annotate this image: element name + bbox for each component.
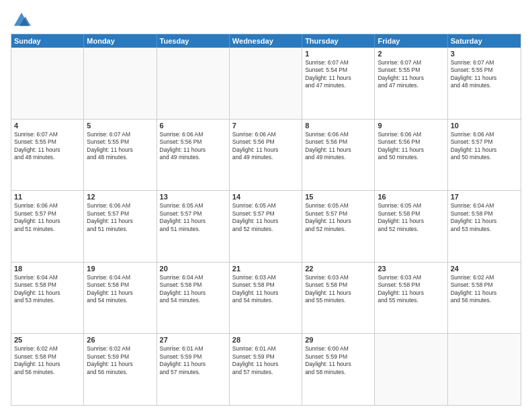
day-number: 1 <box>305 50 371 58</box>
day-number: 12 <box>87 193 153 201</box>
day-number: 3 <box>451 50 518 58</box>
calendar-cell: 1Sunrise: 6:07 AM Sunset: 5:54 PM Daylig… <box>302 48 375 119</box>
calendar-cell: 22Sunrise: 6:03 AM Sunset: 5:58 PM Dayli… <box>302 263 375 334</box>
day-info: Sunrise: 6:03 AM Sunset: 5:58 PM Dayligh… <box>232 274 299 305</box>
header-day-saturday: Saturday <box>448 34 521 48</box>
calendar-cell: 17Sunrise: 6:04 AM Sunset: 5:58 PM Dayli… <box>448 191 521 262</box>
calendar-body: 1Sunrise: 6:07 AM Sunset: 5:54 PM Daylig… <box>11 48 521 405</box>
day-info: Sunrise: 6:03 AM Sunset: 5:58 PM Dayligh… <box>305 274 371 305</box>
day-info: Sunrise: 6:04 AM Sunset: 5:58 PM Dayligh… <box>451 202 518 233</box>
calendar-row-4: 25Sunrise: 6:02 AM Sunset: 5:58 PM Dayli… <box>11 333 521 405</box>
header-day-thursday: Thursday <box>302 34 375 48</box>
calendar-cell: 2Sunrise: 6:07 AM Sunset: 5:55 PM Daylig… <box>375 48 447 119</box>
calendar-cell <box>84 48 157 119</box>
day-info: Sunrise: 6:05 AM Sunset: 5:57 PM Dayligh… <box>232 202 299 233</box>
logo-icon <box>12 11 31 30</box>
calendar-cell: 16Sunrise: 6:05 AM Sunset: 5:58 PM Dayli… <box>375 191 447 262</box>
calendar-cell <box>11 48 84 119</box>
day-number: 11 <box>14 193 81 201</box>
header-day-tuesday: Tuesday <box>157 34 230 48</box>
page: SundayMondayTuesdayWednesdayThursdayFrid… <box>0 0 532 411</box>
header-day-wednesday: Wednesday <box>230 34 302 48</box>
day-number: 27 <box>160 336 226 344</box>
logo <box>11 11 31 30</box>
day-number: 19 <box>87 265 153 273</box>
calendar-cell: 5Sunrise: 6:07 AM Sunset: 5:55 PM Daylig… <box>84 120 157 191</box>
calendar-cell <box>157 48 230 119</box>
day-number: 6 <box>160 122 226 130</box>
calendar-cell: 20Sunrise: 6:04 AM Sunset: 5:58 PM Dayli… <box>157 263 230 334</box>
calendar-cell: 24Sunrise: 6:02 AM Sunset: 5:58 PM Dayli… <box>448 263 521 334</box>
calendar-cell: 19Sunrise: 6:04 AM Sunset: 5:58 PM Dayli… <box>84 263 157 334</box>
calendar-cell: 29Sunrise: 6:00 AM Sunset: 5:59 PM Dayli… <box>302 334 375 405</box>
calendar-cell: 10Sunrise: 6:06 AM Sunset: 5:57 PM Dayli… <box>448 120 521 191</box>
calendar-row-3: 18Sunrise: 6:04 AM Sunset: 5:58 PM Dayli… <box>11 262 521 334</box>
day-number: 14 <box>232 193 299 201</box>
day-number: 17 <box>451 193 518 201</box>
day-number: 22 <box>305 265 371 273</box>
day-number: 24 <box>451 265 518 273</box>
calendar-cell: 18Sunrise: 6:04 AM Sunset: 5:58 PM Dayli… <box>11 263 84 334</box>
day-number: 7 <box>232 122 299 130</box>
day-number: 9 <box>378 122 444 130</box>
day-info: Sunrise: 6:07 AM Sunset: 5:55 PM Dayligh… <box>451 59 518 90</box>
calendar-cell: 9Sunrise: 6:06 AM Sunset: 5:56 PM Daylig… <box>375 120 447 191</box>
day-info: Sunrise: 6:05 AM Sunset: 5:58 PM Dayligh… <box>378 202 444 233</box>
day-info: Sunrise: 6:04 AM Sunset: 5:58 PM Dayligh… <box>14 274 81 305</box>
day-number: 2 <box>378 50 444 58</box>
calendar-cell: 27Sunrise: 6:01 AM Sunset: 5:59 PM Dayli… <box>157 334 230 405</box>
calendar-cell: 7Sunrise: 6:06 AM Sunset: 5:56 PM Daylig… <box>230 120 302 191</box>
day-number: 20 <box>160 265 226 273</box>
day-info: Sunrise: 6:06 AM Sunset: 5:57 PM Dayligh… <box>451 131 518 162</box>
day-info: Sunrise: 6:02 AM Sunset: 5:58 PM Dayligh… <box>14 345 81 376</box>
day-info: Sunrise: 6:01 AM Sunset: 5:59 PM Dayligh… <box>160 345 226 376</box>
day-number: 8 <box>305 122 371 130</box>
day-number: 18 <box>14 265 81 273</box>
day-info: Sunrise: 6:06 AM Sunset: 5:56 PM Dayligh… <box>160 131 226 162</box>
calendar-cell: 14Sunrise: 6:05 AM Sunset: 5:57 PM Dayli… <box>230 191 302 262</box>
day-info: Sunrise: 6:00 AM Sunset: 5:59 PM Dayligh… <box>305 345 371 376</box>
day-number: 26 <box>87 336 153 344</box>
calendar-cell: 25Sunrise: 6:02 AM Sunset: 5:58 PM Dayli… <box>11 334 84 405</box>
day-number: 28 <box>232 336 299 344</box>
calendar-cell: 23Sunrise: 6:03 AM Sunset: 5:58 PM Dayli… <box>375 263 447 334</box>
header-day-monday: Monday <box>84 34 157 48</box>
day-info: Sunrise: 6:07 AM Sunset: 5:55 PM Dayligh… <box>14 131 81 162</box>
day-info: Sunrise: 6:06 AM Sunset: 5:56 PM Dayligh… <box>305 131 371 162</box>
calendar-cell: 13Sunrise: 6:05 AM Sunset: 5:57 PM Dayli… <box>157 191 230 262</box>
calendar-cell: 15Sunrise: 6:05 AM Sunset: 5:57 PM Dayli… <box>302 191 375 262</box>
day-info: Sunrise: 6:06 AM Sunset: 5:57 PM Dayligh… <box>14 202 81 233</box>
header-day-friday: Friday <box>375 34 447 48</box>
day-info: Sunrise: 6:05 AM Sunset: 5:57 PM Dayligh… <box>305 202 371 233</box>
calendar-cell: 11Sunrise: 6:06 AM Sunset: 5:57 PM Dayli… <box>11 191 84 262</box>
day-number: 29 <box>305 336 371 344</box>
day-number: 10 <box>451 122 518 130</box>
calendar-cell: 12Sunrise: 6:06 AM Sunset: 5:57 PM Dayli… <box>84 191 157 262</box>
day-info: Sunrise: 6:05 AM Sunset: 5:57 PM Dayligh… <box>160 202 226 233</box>
header <box>11 8 521 30</box>
calendar-cell: 26Sunrise: 6:02 AM Sunset: 5:59 PM Dayli… <box>84 334 157 405</box>
day-info: Sunrise: 6:01 AM Sunset: 5:59 PM Dayligh… <box>232 345 299 376</box>
day-number: 5 <box>87 122 153 130</box>
day-number: 4 <box>14 122 81 130</box>
calendar-cell: 4Sunrise: 6:07 AM Sunset: 5:55 PM Daylig… <box>11 120 84 191</box>
day-number: 21 <box>232 265 299 273</box>
day-info: Sunrise: 6:04 AM Sunset: 5:58 PM Dayligh… <box>87 274 153 305</box>
calendar-cell: 6Sunrise: 6:06 AM Sunset: 5:56 PM Daylig… <box>157 120 230 191</box>
calendar-row-2: 11Sunrise: 6:06 AM Sunset: 5:57 PM Dayli… <box>11 190 521 262</box>
calendar: SundayMondayTuesdayWednesdayThursdayFrid… <box>11 34 521 406</box>
calendar-row-0: 1Sunrise: 6:07 AM Sunset: 5:54 PM Daylig… <box>11 48 521 119</box>
header-day-sunday: Sunday <box>11 34 84 48</box>
day-info: Sunrise: 6:06 AM Sunset: 5:56 PM Dayligh… <box>232 131 299 162</box>
day-number: 23 <box>378 265 444 273</box>
day-info: Sunrise: 6:07 AM Sunset: 5:55 PM Dayligh… <box>87 131 153 162</box>
day-info: Sunrise: 6:04 AM Sunset: 5:58 PM Dayligh… <box>160 274 226 305</box>
day-info: Sunrise: 6:02 AM Sunset: 5:58 PM Dayligh… <box>451 274 518 305</box>
day-info: Sunrise: 6:06 AM Sunset: 5:56 PM Dayligh… <box>378 131 444 162</box>
day-number: 16 <box>378 193 444 201</box>
day-info: Sunrise: 6:03 AM Sunset: 5:58 PM Dayligh… <box>378 274 444 305</box>
day-number: 25 <box>14 336 81 344</box>
day-number: 13 <box>160 193 226 201</box>
day-info: Sunrise: 6:02 AM Sunset: 5:59 PM Dayligh… <box>87 345 153 376</box>
calendar-cell <box>448 334 521 405</box>
